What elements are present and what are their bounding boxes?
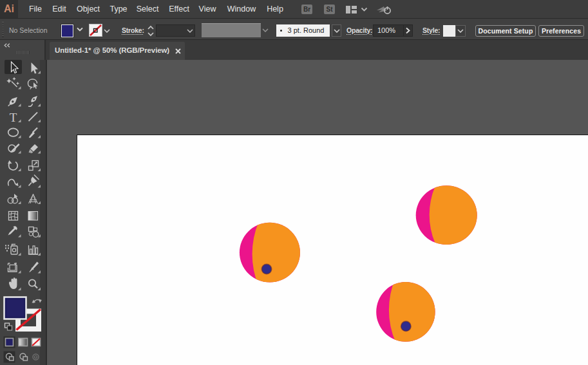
svg-text:T: T: [10, 111, 17, 124]
